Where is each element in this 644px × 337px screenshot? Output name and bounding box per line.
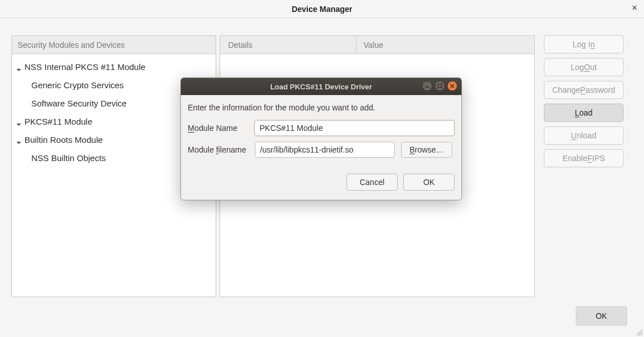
modal-titlebar: Load PKCS#11 Device Driver: [181, 78, 461, 95]
svg-rect-1: [438, 84, 441, 88]
details-col-header: Details: [220, 36, 357, 54]
tree-item-label: Builtin Roots Module: [24, 135, 103, 145]
ok-button[interactable]: OK: [403, 174, 455, 191]
module-name-input[interactable]: [254, 120, 455, 136]
tree-column-header: Security Modules and Devices: [12, 36, 216, 54]
cancel-button[interactable]: Cancel: [346, 174, 398, 191]
dialog-bottom-bar: OK: [11, 297, 633, 326]
chevron-down-icon: [16, 64, 21, 69]
svg-rect-0: [426, 87, 429, 88]
logout-button[interactable]: Log Out: [544, 58, 624, 76]
modal-window-controls: [423, 81, 457, 91]
chevron-down-icon: [16, 119, 21, 124]
window-close-button[interactable]: ×: [632, 3, 637, 13]
tree-item-label: NSS Internal PKCS #11 Module: [24, 62, 146, 72]
module-filename-label: Module filename: [188, 145, 255, 154]
login-button[interactable]: Log In: [544, 35, 624, 54]
enable-fips-button[interactable]: Enable FIPS: [544, 149, 624, 167]
modal-title: Load PKCS#11 Device Driver: [270, 83, 372, 91]
side-button-column: Log In Log Out Change Password Load Unlo…: [544, 35, 624, 297]
window-titlebar: Device Manager ×: [0, 0, 644, 18]
maximize-icon[interactable]: [435, 81, 444, 91]
module-filename-input[interactable]: [255, 142, 395, 158]
chevron-down-icon: [16, 137, 21, 142]
ok-button[interactable]: OK: [576, 306, 627, 326]
module-name-label: Module Name: [188, 124, 254, 133]
tree-item-label: NSS Builtin Objects: [31, 153, 106, 163]
details-header: Details Value: [220, 36, 534, 54]
modal-message: Enter the information for the module you…: [188, 103, 455, 112]
unload-button[interactable]: Unload: [544, 126, 624, 145]
minimize-icon[interactable]: [423, 81, 432, 91]
browse-button[interactable]: Browse…: [401, 142, 452, 158]
close-icon[interactable]: [448, 81, 457, 91]
load-driver-dialog: Load PKCS#11 Device Driver Enter the inf…: [180, 77, 462, 200]
window-title: Device Manager: [292, 5, 353, 14]
details-col-header: Value: [357, 40, 534, 50]
load-button[interactable]: Load: [544, 104, 624, 122]
change-password-button[interactable]: Change Password: [544, 81, 624, 99]
tree-item-label: Generic Crypto Services: [31, 80, 124, 90]
tree-item-label: Software Security Device: [31, 98, 127, 108]
resize-grip-icon[interactable]: [635, 328, 643, 336]
tree-row[interactable]: NSS Internal PKCS #11 Module: [12, 57, 216, 76]
tree-item-label: PKCS#11 Module: [24, 117, 92, 126]
